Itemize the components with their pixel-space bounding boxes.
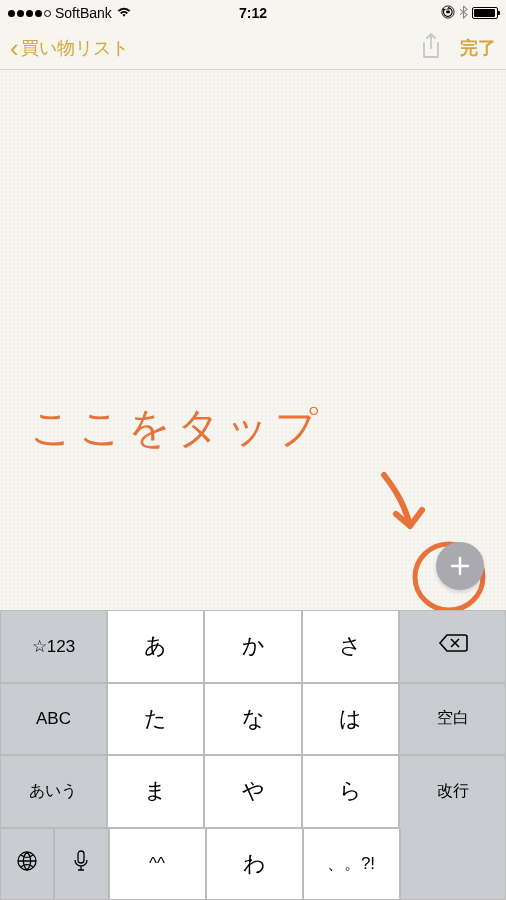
back-label: 買い物リスト [21, 36, 129, 60]
bluetooth-icon [459, 5, 468, 22]
key-na[interactable]: な [204, 683, 301, 756]
key-punctuation[interactable]: 、。?! [303, 828, 400, 901]
key-ha[interactable]: は [302, 683, 399, 756]
key-return-bottom[interactable] [400, 828, 507, 901]
key-ya[interactable]: や [204, 755, 301, 828]
add-attachment-button[interactable] [436, 542, 484, 590]
key-globe[interactable] [0, 828, 54, 901]
key-ra[interactable]: ら [302, 755, 399, 828]
status-left: SoftBank [8, 5, 132, 21]
key-numeric-mode[interactable]: ☆123 [0, 610, 107, 683]
carrier-label: SoftBank [55, 5, 112, 21]
key-return[interactable]: 改行 [399, 755, 506, 828]
share-button[interactable] [420, 32, 442, 64]
svg-rect-4 [78, 851, 84, 863]
key-wa[interactable]: わ [206, 828, 303, 901]
key-backspace[interactable] [399, 610, 506, 683]
key-space[interactable]: 空白 [399, 683, 506, 756]
navigation-bar: ‹ 買い物リスト 完了 [0, 26, 506, 70]
svg-rect-1 [446, 10, 450, 13]
signal-strength-icon [8, 10, 51, 17]
key-emoticon[interactable]: ^^ [109, 828, 206, 901]
key-kana-mode[interactable]: あいう [0, 755, 107, 828]
key-mic[interactable] [54, 828, 108, 901]
chevron-left-icon: ‹ [10, 35, 19, 61]
key-a[interactable]: あ [107, 610, 204, 683]
globe-icon [15, 849, 39, 878]
key-ma[interactable]: ま [107, 755, 204, 828]
status-right [441, 5, 498, 22]
battery-icon [472, 7, 498, 19]
key-ka[interactable]: か [204, 610, 301, 683]
orientation-lock-icon [441, 5, 455, 22]
note-content-area[interactable]: ここをタップ [0, 70, 506, 610]
key-ta[interactable]: た [107, 683, 204, 756]
key-abc-mode[interactable]: ABC [0, 683, 107, 756]
mic-icon [72, 849, 90, 878]
keyboard: ☆123 あ か さ ABC た な は 空白 あいう ま や ら 改行 [0, 610, 506, 900]
status-time: 7:12 [239, 5, 267, 21]
backspace-icon [438, 632, 468, 660]
key-sa[interactable]: さ [302, 610, 399, 683]
wifi-icon [116, 5, 132, 21]
back-button[interactable]: ‹ 買い物リスト [10, 35, 129, 61]
annotation-text: ここをタップ [30, 400, 324, 456]
status-bar: SoftBank 7:12 [0, 0, 506, 26]
done-button[interactable]: 完了 [460, 36, 496, 60]
